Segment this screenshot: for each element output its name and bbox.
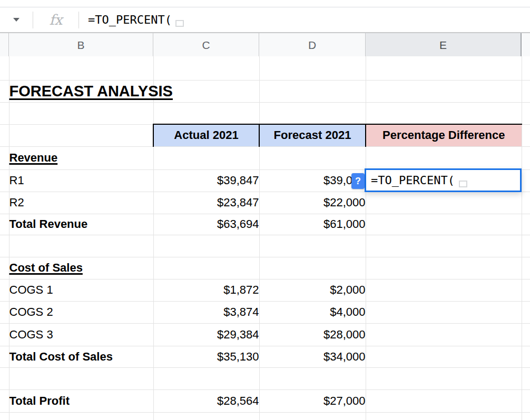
cell-E11[interactable] [366,279,522,301]
cell-D17[interactable] [259,412,366,420]
cell-E9[interactable] [366,235,522,257]
cell-A13[interactable] [0,323,9,346]
cogs3-forecast[interactable]: $28,000 [259,323,366,346]
cell-F17[interactable] [522,412,530,420]
cell-A3[interactable] [0,102,9,124]
total-cos-actual[interactable]: $35,130 [153,346,259,367]
cell-D5[interactable] [259,146,366,169]
cell-D15[interactable] [259,367,366,389]
cell-A1[interactable] [0,56,9,80]
cell-E7[interactable] [366,192,522,214]
cell-F16[interactable] [522,389,530,412]
cell-A6[interactable] [0,169,9,192]
cogs2-forecast[interactable]: $4,000 [259,301,366,323]
row-label-cogs3[interactable]: COGS 3 [9,323,153,346]
cell-F5[interactable] [522,146,530,169]
header-percentage-difference[interactable]: Percentage Difference [366,124,522,146]
cell-A10[interactable] [0,257,9,279]
cell-C9[interactable] [153,235,259,257]
cell-F11[interactable] [522,279,530,301]
column-header-c[interactable]: C [153,33,259,57]
column-header-a-sliver[interactable] [0,33,9,57]
cell-C17[interactable] [153,412,259,420]
r2-forecast[interactable]: $22,000 [259,192,366,214]
cell-C1[interactable] [153,56,259,80]
r1-actual[interactable]: $39,847 [153,169,259,192]
cell-E14[interactable] [366,346,522,367]
cell-F9[interactable] [522,235,530,257]
cell-E5[interactable] [366,146,522,169]
total-revenue-forecast[interactable]: $61,000 [259,214,366,235]
cell-E2[interactable] [366,80,522,102]
cogs2-actual[interactable]: $3,874 [153,301,259,323]
cell-F2[interactable] [522,80,530,102]
cell-F10[interactable] [522,257,530,279]
cogs1-actual[interactable]: $1,872 [153,279,259,301]
cell-E17[interactable] [366,412,522,420]
cell-B15[interactable] [9,367,153,389]
total-profit-actual[interactable]: $28,564 [153,389,259,412]
cell-F4[interactable] [522,124,530,146]
row-label-r2[interactable]: R2 [9,192,153,214]
cell-E3[interactable] [366,102,522,124]
cell-D1[interactable] [259,56,366,80]
header-actual-2021[interactable]: Actual 2021 [153,124,259,146]
cell-B3[interactable] [9,102,153,124]
cost-of-sales-heading[interactable]: Cost of Sales [9,257,153,279]
cell-F15[interactable] [522,367,530,389]
cell-E16[interactable] [366,389,522,412]
header-forecast-2021[interactable]: Forecast 2021 [259,124,366,146]
cell-D2[interactable] [259,80,366,102]
cell-A5[interactable] [0,146,9,169]
cell-A11[interactable] [0,279,9,301]
cell-A16[interactable] [0,389,9,412]
cell-B4[interactable] [9,124,153,146]
revenue-heading[interactable]: Revenue [9,146,153,169]
formula-input[interactable]: =TO_PERCENT( [79,13,530,26]
row-label-cogs2[interactable]: COGS 2 [9,301,153,323]
cell-F14[interactable] [522,346,530,367]
cell-A8[interactable] [0,214,9,235]
cell-F3[interactable] [522,102,530,124]
cell-B9[interactable] [9,235,153,257]
cell-D3[interactable] [259,102,366,124]
cell-E12[interactable] [366,301,522,323]
cell-F7[interactable] [522,192,530,214]
column-header-f-sliver[interactable] [522,33,530,57]
name-box-dropdown[interactable] [0,18,33,22]
r1-forecast[interactable]: $39,000 [259,169,366,192]
r2-actual[interactable]: $23,847 [153,192,259,214]
cell-A14[interactable] [0,346,9,367]
cogs3-actual[interactable]: $29,384 [153,323,259,346]
total-revenue-actual[interactable]: $63,694 [153,214,259,235]
cell-F6[interactable] [522,169,530,192]
row-label-cogs1[interactable]: COGS 1 [9,279,153,301]
cell-B1[interactable] [9,56,153,80]
cell-D9[interactable] [259,235,366,257]
formula-help-button[interactable]: ? [351,173,365,189]
total-profit-label[interactable]: Total Profit [9,389,153,412]
cell-A12[interactable] [0,301,9,323]
cell-F13[interactable] [522,323,530,346]
cell-E10[interactable] [366,257,522,279]
cell-A7[interactable] [0,192,9,214]
cogs1-forecast[interactable]: $2,000 [259,279,366,301]
cell-A17[interactable] [0,412,9,420]
cell-E8[interactable] [366,214,522,235]
cell-F8[interactable] [522,214,530,235]
cell-C5[interactable] [153,146,259,169]
column-header-b[interactable]: B [9,33,153,57]
total-cos-forecast[interactable]: $34,000 [259,346,366,367]
cell-A4[interactable] [0,124,9,146]
total-cos-label[interactable]: Total Cost of Sales [9,346,153,367]
total-profit-forecast[interactable]: $27,000 [259,389,366,412]
cell-F12[interactable] [522,301,530,323]
cell-A15[interactable] [0,367,9,389]
cell-editor[interactable]: ? =TO_PERCENT( [365,168,522,192]
cell-F1[interactable] [522,56,530,80]
column-header-d[interactable]: D [259,33,366,57]
cell-C15[interactable] [153,367,259,389]
row-label-r1[interactable]: R1 [9,169,153,192]
cell-C10[interactable] [153,257,259,279]
cell-B17[interactable] [9,412,153,420]
